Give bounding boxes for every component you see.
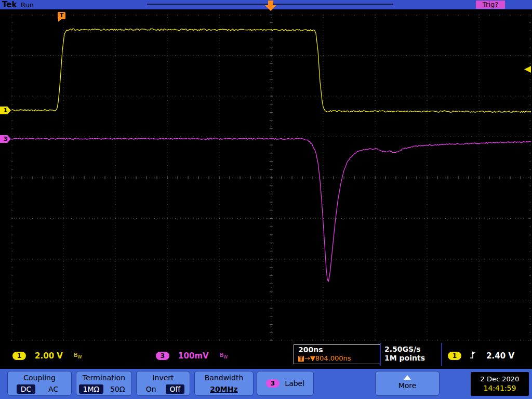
trigger-point-flag[interactable]: T [58, 12, 65, 19]
ch3-reference-marker[interactable]: 3 [0, 135, 11, 143]
invert-button[interactable]: Invert On Off [136, 371, 190, 396]
coupling-option-ac[interactable]: AC [44, 384, 62, 394]
label-button-text: Label [285, 379, 304, 388]
acquisition-readout: 2.50GS/s 1M points [384, 345, 425, 363]
trigger-source-badge: 1 [448, 352, 461, 360]
timebase-scale: 200ns [298, 345, 380, 354]
trigger-readout: 1 2.40 V [448, 350, 514, 362]
invert-title: Invert [137, 374, 190, 382]
menu-bar: Coupling DC AC Termination 1MΩ 50Ω Inver… [0, 369, 532, 399]
termination-title: Termination [76, 374, 131, 382]
ch1-reference-marker[interactable]: 1 [0, 107, 11, 114]
acquisition-status: Run [21, 1, 34, 9]
coupling-option-dc[interactable]: DC [17, 384, 36, 394]
sample-rate: 2.50GS/s [384, 345, 425, 354]
bandwidth-value: 20MHz [195, 385, 253, 393]
trigger-t-icon: T [298, 356, 304, 362]
bw-sub-letter: W [78, 355, 82, 360]
coupling-title: Coupling [8, 374, 71, 382]
ch3-bandwidth-limit-icon: BW [220, 352, 228, 358]
termination-option-1mohm[interactable]: 1MΩ [79, 384, 104, 394]
coupling-button[interactable]: Coupling DC AC [7, 371, 72, 396]
trigger-level-value: 2.40 V [486, 351, 514, 361]
more-button[interactable]: More [375, 371, 440, 396]
trigger-delay-value: →▼804.000ns [304, 354, 351, 362]
status-divider [441, 343, 442, 366]
more-up-arrow-icon [404, 375, 411, 380]
status-divider [380, 343, 381, 366]
tek-logo: Tek [2, 0, 17, 9]
ch3-badge: 3 [156, 352, 169, 360]
invert-option-off[interactable]: Off [166, 384, 185, 394]
trigger-slope-icon [469, 350, 476, 362]
bandwidth-button[interactable]: Bandwidth 20MHz [194, 371, 254, 396]
label-channel-badge: 3 [266, 379, 280, 388]
label-button[interactable]: 3 Label [257, 371, 314, 396]
trigger-position-arrow-icon[interactable] [264, 0, 277, 11]
termination-button[interactable]: Termination 1MΩ 50Ω [76, 371, 132, 396]
ch1-bandwidth-limit-icon: BW [74, 352, 82, 358]
ch1-badge: 1 [12, 352, 26, 360]
datetime-box: 2 Dec 2020 14:41:59 [471, 372, 529, 396]
bw-sub-letter: W [223, 355, 228, 360]
status-bar: 1 2.00 V BW 3 100mV BW 200ns T→▼804.000n… [0, 343, 532, 366]
time-value: 14:41:59 [471, 384, 529, 392]
ch1-readout: 1 2.00 V BW [12, 350, 82, 361]
graticule-svg [11, 15, 531, 341]
oscilloscope-screen: Tek Run Trig? T 1 3 1 2.00 V BW 3 100mV … [0, 0, 532, 399]
bandwidth-title: Bandwidth [195, 374, 253, 382]
ch3-scale: 100mV [178, 351, 209, 361]
trigger-delay-readout: T→▼804.000ns [298, 354, 380, 362]
top-bar: Tek Run Trig? [0, 0, 532, 9]
grid-lines [11, 15, 531, 341]
trigger-status-badge: Trig? [476, 1, 505, 9]
bw-letter: B [74, 352, 78, 358]
timebase-readout: 200ns T→▼804.000ns [294, 344, 381, 364]
more-button-text: More [376, 381, 439, 390]
invert-option-on[interactable]: On [142, 384, 161, 394]
date-value: 2 Dec 2020 [471, 375, 529, 383]
graticule [11, 15, 531, 341]
termination-option-50ohm[interactable]: 50Ω [106, 384, 129, 394]
record-length: 1M points [384, 354, 425, 363]
ch1-scale: 2.00 V [35, 351, 63, 361]
ch3-readout: 3 100mV BW [156, 350, 228, 361]
ch1-trace [11, 29, 531, 112]
